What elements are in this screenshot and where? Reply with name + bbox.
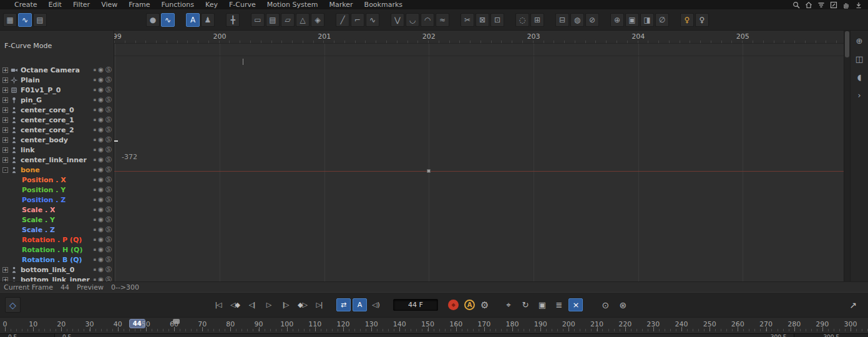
film-view-button[interactable]: ▤: [266, 13, 280, 27]
key-parameter-button[interactable]: ≣: [552, 298, 566, 311]
key-position-button[interactable]: ⌖: [501, 298, 515, 311]
home-icon[interactable]: [804, 1, 813, 9]
menu-item-edit[interactable]: Edit: [43, 0, 67, 9]
mute-toggle[interactable]: ◉: [98, 77, 104, 83]
solo-toggle[interactable]: Ⓢ: [105, 67, 112, 73]
tree-row-link[interactable]: +link▪◉Ⓢ: [0, 145, 114, 155]
solo-toggle[interactable]: Ⓢ: [105, 117, 112, 123]
tree-row-octane-camera[interactable]: +Octane Camera▪◉Ⓢ: [0, 65, 114, 75]
solo-toggle[interactable]: Ⓢ: [105, 256, 112, 263]
mute-toggle[interactable]: ◉: [98, 157, 104, 163]
reset-snapshot-button[interactable]: ∅: [655, 13, 669, 27]
mute-toggle[interactable]: ◉: [98, 117, 104, 123]
dock-down-icon[interactable]: [854, 1, 863, 9]
tree-row-rotation-b-q[interactable]: Rotation . B (Q)▪◉Ⓢ: [0, 255, 114, 265]
cycle-mode-button[interactable]: ⇄: [336, 298, 351, 311]
expand-icon[interactable]: +: [2, 117, 8, 123]
expand-icon[interactable]: +: [2, 277, 8, 282]
mute-toggle[interactable]: ◉: [98, 197, 104, 203]
sphere-display-button[interactable]: ●: [146, 13, 160, 27]
linear-interp-button[interactable]: ╱: [336, 13, 349, 27]
layer-chip[interactable]: ▪: [94, 276, 97, 281]
snapshot-button[interactable]: ◨: [640, 13, 654, 27]
fcurve-mode-button[interactable]: ∿: [18, 13, 32, 27]
mute-toggle[interactable]: ◉: [98, 167, 104, 173]
solo-toggle[interactable]: Ⓢ: [105, 207, 112, 213]
mute-toggle[interactable]: ◉: [98, 187, 104, 193]
current-key-button[interactable]: ♀: [680, 13, 694, 27]
mute-toggle[interactable]: ◉: [98, 97, 104, 103]
mute-toggle[interactable]: ◉: [98, 256, 104, 263]
menu-item-filter[interactable]: Filter: [67, 0, 95, 9]
layer-chip[interactable]: ▪: [94, 177, 97, 183]
add-keyframe-button[interactable]: ♀: [695, 13, 709, 27]
tree-row-position-y[interactable]: Position . Y▪◉Ⓢ: [0, 185, 114, 195]
expand-icon[interactable]: +: [2, 67, 8, 73]
key-scale-button[interactable]: ▣: [535, 298, 549, 311]
menu-item-marker[interactable]: Marker: [324, 0, 359, 9]
filter-list-icon[interactable]: [816, 1, 826, 9]
solo-toggle[interactable]: Ⓢ: [105, 147, 112, 153]
curve-line[interactable]: [114, 171, 844, 172]
tree-row-scale-x[interactable]: Scale . X▪◉Ⓢ: [0, 205, 114, 215]
expand-icon[interactable]: +: [2, 107, 8, 113]
expand-icon[interactable]: +: [2, 267, 8, 273]
set-key-button[interactable]: ◇: [5, 297, 21, 313]
magnitude-button[interactable]: ↗: [849, 300, 857, 310]
range-start-field[interactable]: 0 F: [0, 334, 55, 337]
mute-toggle[interactable]: ◉: [98, 177, 104, 183]
vertical-scrollbar-thumb[interactable]: [845, 31, 849, 57]
solo-toggle[interactable]: Ⓢ: [105, 247, 112, 253]
menu-item-f-curve[interactable]: F-Curve: [223, 0, 261, 9]
tree-row-position-x[interactable]: Position . X▪◉Ⓢ: [0, 175, 114, 185]
auto-tangent-button[interactable]: ≈: [436, 13, 449, 27]
mute-toggle[interactable]: ◉: [98, 217, 104, 223]
tree-row-f01v1-p-0[interactable]: +F01v1_P_0▪◉Ⓢ: [0, 85, 114, 95]
expand-icon[interactable]: +: [2, 147, 8, 153]
expand-icon[interactable]: +: [2, 87, 8, 93]
menu-item-motion-system[interactable]: Motion System: [261, 0, 324, 9]
expand-icon[interactable]: +: [2, 157, 8, 163]
solo-toggle[interactable]: Ⓢ: [105, 127, 112, 133]
play-button[interactable]: ▷: [260, 301, 277, 309]
layer-chip[interactable]: ▪: [94, 137, 97, 143]
menu-item-key[interactable]: Key: [200, 0, 223, 9]
range-scroll-end-handle[interactable]: 300 F: [771, 334, 786, 337]
solo-toggle[interactable]: Ⓢ: [105, 237, 112, 243]
frame-field[interactable]: 44 F: [393, 299, 438, 311]
collapse-icon[interactable]: -: [2, 167, 8, 173]
layer-chip[interactable]: ▪: [94, 117, 97, 123]
layer-chip[interactable]: ▪: [94, 207, 97, 213]
solo-animation-button[interactable]: ⊙: [599, 299, 612, 311]
tree-row-pin-g[interactable]: +pin_G▪◉Ⓢ: [0, 95, 114, 105]
layer-chip[interactable]: ▪: [94, 237, 97, 243]
character-button[interactable]: ♟: [201, 13, 215, 27]
tree-row-center-core-0[interactable]: +center_core_0▪◉Ⓢ: [0, 105, 114, 115]
tree-row-center-core-2[interactable]: +center_core_2▪◉Ⓢ: [0, 125, 114, 135]
tree-row-rotation-p-q[interactable]: Rotation . P (Q)▪◉Ⓢ: [0, 235, 114, 245]
curve-display-button[interactable]: ∿: [161, 13, 175, 27]
shading-icon[interactable]: ◖: [857, 73, 862, 81]
solo-toggle[interactable]: Ⓢ: [105, 97, 112, 103]
range-end-field[interactable]: 300 F: [794, 334, 868, 337]
lock-keys-button[interactable]: ◈: [311, 13, 324, 27]
search-icon[interactable]: [791, 1, 801, 9]
mute-toggle[interactable]: ◉: [98, 137, 104, 143]
layer-chip[interactable]: ▪: [94, 167, 97, 173]
trace-button[interactable]: ◌: [515, 13, 529, 27]
ease-out-button[interactable]: ◠: [421, 13, 434, 27]
range-scroll-start-handle[interactable]: 0 F: [62, 334, 71, 337]
layer-chip[interactable]: ▪: [94, 127, 97, 133]
ghost-button[interactable]: ◍: [570, 13, 584, 27]
layer-chip[interactable]: ▪: [94, 197, 97, 203]
new-panel-icon[interactable]: [829, 1, 838, 9]
axis-center-icon[interactable]: ⊕: [856, 37, 863, 45]
layer-chip[interactable]: ▪: [94, 147, 97, 153]
layer-chip[interactable]: ▪: [94, 97, 97, 103]
solo-toggle[interactable]: Ⓢ: [105, 217, 112, 223]
tree-row-center-body[interactable]: +center_body▪◉Ⓢ: [0, 135, 114, 145]
tree-row-bottom-link-inner[interactable]: +bottom_link_inner▪◉Ⓢ: [0, 275, 114, 281]
autokeying-button[interactable]: A: [464, 300, 475, 310]
tree-row-bone[interactable]: -bone▪◉Ⓢ: [0, 165, 114, 175]
solo-toggle[interactable]: Ⓢ: [105, 266, 112, 273]
